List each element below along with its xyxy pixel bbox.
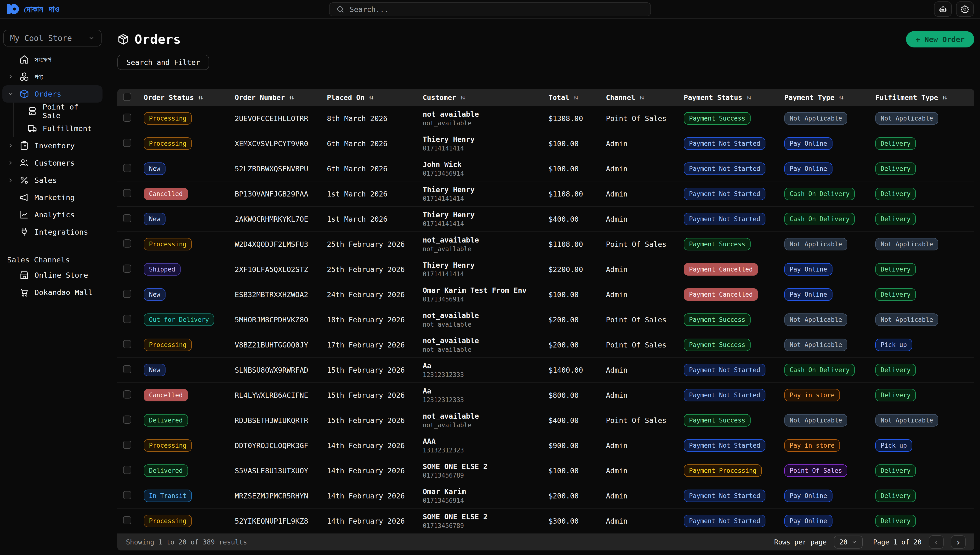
order-status-badge: New xyxy=(144,288,165,301)
placed-on-date: 6th March 2026 xyxy=(327,165,423,173)
payment-status-badge: Payment Not Started xyxy=(684,515,766,528)
sidebar-item-fulfillment[interactable]: Fulfillment xyxy=(14,120,105,137)
sidebar-item-dokandao-mall[interactable]: Dokandao Mall xyxy=(0,284,105,301)
customer-phone: 01714141414 xyxy=(423,145,548,152)
row-checkbox[interactable] xyxy=(123,491,131,499)
order-total: $200.00 xyxy=(548,316,606,324)
sidebar-item-label: Fulfillment xyxy=(43,124,92,133)
assistant-button[interactable] xyxy=(934,2,952,17)
order-number: 2XF10LFA5QXLO2STZ xyxy=(235,265,327,274)
table-row[interactable]: Delivered S5VASLE8U13UTXUOY 14th Februar… xyxy=(117,458,974,483)
payment-status-badge: Payment Success xyxy=(684,338,751,351)
col-customer[interactable]: Customer↑↓ xyxy=(423,93,548,102)
table-row[interactable]: New 52LZBDBWXQSFNVBPU 6th March 2026 Joh… xyxy=(117,156,974,181)
row-checkbox[interactable] xyxy=(123,441,131,449)
order-channel: Admin xyxy=(606,391,684,399)
sidebar-item-point-of-sale[interactable]: Point of Sale xyxy=(14,103,105,120)
payment-type-badge: Cash On Delivery xyxy=(784,188,855,201)
settings-button[interactable] xyxy=(956,2,974,17)
row-checkbox[interactable] xyxy=(123,466,131,474)
package-icon xyxy=(19,89,29,99)
col-payment-status[interactable]: Payment Status↑↓ xyxy=(684,93,784,102)
table-row[interactable]: Processing 52YIKEQNUP1FL9KZ8 14th Februa… xyxy=(117,508,974,534)
rows-per-page-select[interactable]: 20 xyxy=(834,536,863,549)
row-checkbox[interactable] xyxy=(123,164,131,172)
app-logo[interactable]: দোকান দাও xyxy=(6,3,60,14)
col-placed-on[interactable]: Placed On↑↓ xyxy=(327,93,423,102)
placed-on-date: 15th February 2026 xyxy=(327,391,423,399)
table-row[interactable]: Shipped 2XF10LFA5QXLO2STZ 25th February … xyxy=(117,257,974,282)
table-row[interactable]: Processing W2D4XQODJF2LMSFU3 25th Februa… xyxy=(117,232,974,257)
order-number: RDJBSETH3WIUKQRTR xyxy=(235,416,327,425)
logo-text: দোকান দাও xyxy=(24,4,60,14)
sidebar-item-overview[interactable]: সংক্ষেপ xyxy=(0,51,105,68)
table-row[interactable]: Delivered RDJBSETH3WIUKQRTR 15th Februar… xyxy=(117,408,974,433)
row-checkbox[interactable] xyxy=(123,516,131,525)
row-checkbox[interactable] xyxy=(123,239,131,247)
sidebar-item-products[interactable]: পণ্য xyxy=(0,68,105,85)
col-fulfilment-type[interactable]: Fulfilment Type↑↓ xyxy=(875,93,974,102)
row-checkbox[interactable] xyxy=(123,415,131,423)
row-checkbox[interactable] xyxy=(123,214,131,222)
payment-status-badge: Payment Cancelled xyxy=(684,288,758,301)
row-checkbox[interactable] xyxy=(123,114,131,122)
select-all-checkbox[interactable] xyxy=(123,93,131,101)
new-order-button[interactable]: + New Order xyxy=(906,31,974,47)
store-selector[interactable]: My Cool Store xyxy=(3,30,102,47)
search-input[interactable] xyxy=(350,5,644,14)
row-checkbox[interactable] xyxy=(123,290,131,298)
global-search[interactable] xyxy=(329,2,651,16)
customer-phone: 01714141414 xyxy=(423,195,548,202)
sidebar-item-integrations[interactable]: Integrations xyxy=(0,223,105,241)
table-row[interactable]: New 2AKWOCRHMRKYKL7OE 1st March 2026 Thi… xyxy=(117,207,974,232)
table-row[interactable]: Processing V8BZ21BUHTGGOQ0JY 17th Februa… xyxy=(117,332,974,358)
payment-type-badge: Cash On Delivery xyxy=(784,364,855,377)
row-checkbox[interactable] xyxy=(123,265,131,273)
customer-name: SOME ONE ELSE 2 xyxy=(423,462,548,470)
row-checkbox[interactable] xyxy=(123,365,131,373)
table-row[interactable]: Processing XEMXCVSVLPCYT9VR0 6th March 2… xyxy=(117,131,974,156)
table-row[interactable]: New ESB32MBTRXXHZWOA2 24th February 2026… xyxy=(117,282,974,307)
plus-icon: + xyxy=(916,35,920,43)
order-status-badge: New xyxy=(144,364,165,377)
col-total[interactable]: Total↑↓ xyxy=(548,93,606,102)
order-number: V8BZ21BUHTGGOQ0JY xyxy=(235,341,327,349)
sidebar-item-online-store[interactable]: Online Store xyxy=(0,266,105,284)
sidebar-item-label: Orders xyxy=(35,90,61,98)
sidebar-item-customers[interactable]: Customers xyxy=(0,154,105,172)
search-and-filter-button[interactable]: Search and Filter xyxy=(117,55,209,70)
sidebar-item-analytics[interactable]: Analytics xyxy=(0,206,105,223)
row-checkbox[interactable] xyxy=(123,189,131,197)
sidebar-item-marketing[interactable]: Marketing xyxy=(0,189,105,206)
chevron-right-icon xyxy=(7,73,14,80)
col-payment-type[interactable]: Payment Type↑↓ xyxy=(784,93,875,102)
order-total: $800.00 xyxy=(548,391,606,399)
table-row[interactable]: Processing 2UEVOFCCEIHLLOTRR 8th March 2… xyxy=(117,106,974,131)
table-row[interactable]: New SLNBSU8OWX9RWRFAD 15th February 2026… xyxy=(117,358,974,383)
table-row[interactable]: Out for Delivery 5MHORJM8CPDHVKZ8O 18th … xyxy=(117,307,974,332)
col-order-number[interactable]: Order Number↑↓ xyxy=(235,93,327,102)
table-row[interactable]: Processing DDT0YROJCLOQPK3GF 14th Februa… xyxy=(117,433,974,458)
row-checkbox[interactable] xyxy=(123,340,131,348)
sidebar-item-orders[interactable]: Orders xyxy=(2,85,102,103)
col-order-status[interactable]: Order Status↑↓ xyxy=(144,93,235,102)
fulfilment-type-badge: Delivery xyxy=(875,263,916,276)
order-status-badge: Processing xyxy=(144,112,192,125)
sidebar-item-inventory[interactable]: Inventory xyxy=(0,137,105,154)
order-number: 5MHORJM8CPDHVKZ8O xyxy=(235,316,327,324)
row-checkbox[interactable] xyxy=(123,315,131,323)
placed-on-date: 25th February 2026 xyxy=(327,265,423,274)
next-page-button[interactable]: › xyxy=(951,535,966,549)
table-row[interactable]: In Transit MRZSEZMJPMCR5RHYN 14th Februa… xyxy=(117,483,974,508)
table-row[interactable]: Cancelled RL4LYWXLRB6ACIFNE 15th Februar… xyxy=(117,383,974,408)
row-checkbox[interactable] xyxy=(123,390,131,398)
sidebar-item-sales[interactable]: Sales xyxy=(0,172,105,189)
order-total: $300.00 xyxy=(548,517,606,525)
fulfilment-type-badge: Delivery xyxy=(875,515,916,528)
prev-page-button[interactable]: ‹ xyxy=(929,535,943,549)
table-row[interactable]: Cancelled BP13OVANFJGB29PAA 1st March 20… xyxy=(117,181,974,207)
customer-phone: not_available xyxy=(423,120,548,127)
col-channel[interactable]: Channel↑↓ xyxy=(606,93,684,102)
row-checkbox[interactable] xyxy=(123,139,131,147)
fulfilment-type-badge: Not Applicable xyxy=(875,238,938,251)
